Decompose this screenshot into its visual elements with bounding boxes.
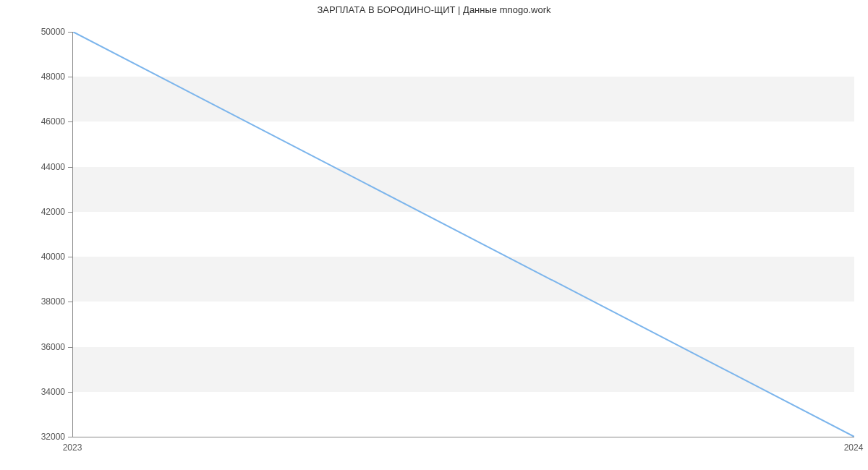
chart-title: ЗАРПЛАТА В БОРОДИНО-ЩИТ | Данные mnogo.w… xyxy=(0,0,868,17)
y-tick-label: 40000 xyxy=(41,252,72,262)
y-tick-label: 48000 xyxy=(41,72,72,82)
series-line xyxy=(73,32,854,437)
y-tick-label: 42000 xyxy=(41,207,72,217)
chart-area: 3200034000360003800040000420004400046000… xyxy=(72,32,854,437)
y-tick-label: 46000 xyxy=(41,116,72,127)
y-tick-label: 34000 xyxy=(41,387,72,397)
y-tick-label: 50000 xyxy=(41,27,72,37)
y-tick-label: 36000 xyxy=(41,342,72,352)
y-tick-label: 38000 xyxy=(41,296,72,307)
line-layer xyxy=(73,32,854,437)
y-tick-label: 44000 xyxy=(41,162,72,172)
plot-area xyxy=(72,32,854,437)
x-tick-label: 2023 xyxy=(63,437,82,453)
x-tick-label: 2024 xyxy=(844,437,864,453)
